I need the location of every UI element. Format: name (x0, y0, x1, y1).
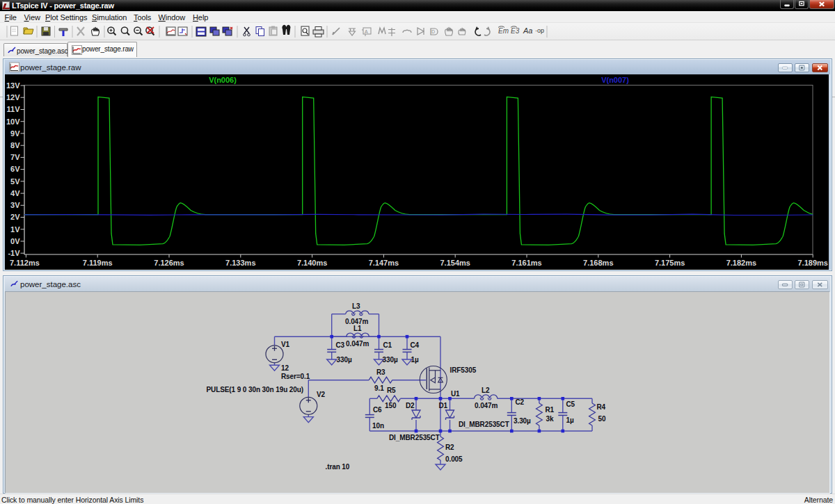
svg-text:C3: C3 (336, 341, 345, 349)
svg-text:5V: 5V (10, 177, 20, 186)
svg-text:10V: 10V (6, 117, 20, 126)
svg-text:.tran 10: .tran 10 (326, 463, 350, 471)
svg-text:0.047m: 0.047m (346, 340, 369, 348)
svg-text:7.168ms: 7.168ms (583, 259, 613, 267)
svg-text:7.175ms: 7.175ms (655, 259, 685, 267)
svg-text:10n: 10n (372, 422, 384, 430)
svg-text:D2: D2 (406, 402, 415, 409)
svg-text:L2: L2 (482, 387, 490, 394)
svg-text:C2: C2 (516, 398, 525, 406)
svg-text:9V: 9V (10, 129, 20, 138)
svg-text:Aa: Aa (523, 26, 532, 35)
svg-text:7.182ms: 7.182ms (726, 259, 756, 267)
svg-text:9.1: 9.1 (374, 384, 384, 392)
svg-text:V1: V1 (281, 341, 290, 348)
svg-text:8V: 8V (10, 141, 20, 149)
svg-text:3k: 3k (546, 415, 554, 423)
svg-text:L3: L3 (352, 302, 360, 310)
svg-text:C4: C4 (411, 341, 420, 349)
svg-text:12: 12 (281, 364, 289, 372)
svg-text:1V: 1V (10, 225, 20, 234)
svg-text:7.133ms: 7.133ms (225, 259, 255, 267)
svg-text:330µ: 330µ (337, 356, 352, 364)
svg-text:1µ: 1µ (411, 356, 419, 364)
svg-text:11V: 11V (7, 105, 21, 113)
svg-text:A: A (365, 29, 368, 34)
svg-text:150: 150 (385, 402, 397, 409)
svg-text:R3: R3 (376, 368, 385, 376)
svg-text:R5: R5 (387, 387, 396, 394)
svg-text:7.147ms: 7.147ms (369, 259, 399, 267)
svg-text:3.30µ: 3.30µ (514, 417, 531, 425)
svg-text:7V: 7V (10, 153, 20, 161)
svg-text:C5: C5 (566, 400, 575, 408)
svg-text:7.140ms: 7.140ms (297, 259, 327, 267)
svg-text:7.119ms: 7.119ms (83, 259, 113, 267)
svg-text:IRF5305: IRF5305 (450, 366, 477, 374)
svg-text:DI_MBR2535CT: DI_MBR2535CT (459, 421, 509, 428)
svg-text:R2: R2 (445, 444, 454, 451)
svg-text:0.047m: 0.047m (475, 402, 498, 409)
svg-text:12V: 12V (6, 93, 20, 101)
svg-text:1µ: 1µ (566, 416, 574, 424)
svg-text:13V: 13V (6, 81, 20, 90)
svg-text:C1: C1 (383, 341, 392, 349)
svg-text:C6: C6 (373, 406, 382, 414)
svg-text:50: 50 (598, 415, 606, 423)
svg-text:7.112ms: 7.112ms (10, 259, 40, 267)
svg-text:6V: 6V (10, 165, 20, 173)
svg-text:-1V: -1V (8, 249, 20, 257)
svg-text:V(n006): V(n006) (209, 76, 237, 84)
svg-text:L1: L1 (353, 325, 362, 332)
svg-text:R4: R4 (597, 403, 606, 411)
svg-text:V(n007): V(n007) (601, 76, 629, 84)
svg-text:7.126ms: 7.126ms (154, 259, 184, 267)
svg-text:2V: 2V (10, 213, 20, 221)
svg-text:DI_MBR2535CT: DI_MBR2535CT (389, 434, 440, 441)
svg-text:Em: Em (498, 27, 509, 35)
svg-text:D: D (431, 29, 435, 34)
svg-text:3V: 3V (10, 201, 20, 209)
svg-text:PULSE(1 9 0 30n 30n 19u 20u): PULSE(1 9 0 30n 30n 19u 20u) (207, 386, 303, 393)
svg-text:0V: 0V (10, 237, 20, 245)
svg-text:0.005: 0.005 (445, 455, 463, 463)
svg-text:V2: V2 (317, 391, 326, 398)
svg-text:7.161ms: 7.161ms (511, 259, 541, 267)
svg-text:7.189ms: 7.189ms (797, 259, 827, 267)
svg-text:330µ: 330µ (383, 356, 398, 364)
svg-text:D1: D1 (439, 402, 448, 409)
svg-text:·op: ·op (535, 27, 544, 34)
svg-text:U1: U1 (451, 390, 460, 398)
svg-text:E3: E3 (511, 27, 520, 35)
svg-text:R1: R1 (546, 406, 555, 414)
svg-text:4V: 4V (10, 189, 20, 197)
svg-text:7.154ms: 7.154ms (440, 259, 470, 267)
svg-text:Rser=0.1: Rser=0.1 (281, 373, 310, 380)
